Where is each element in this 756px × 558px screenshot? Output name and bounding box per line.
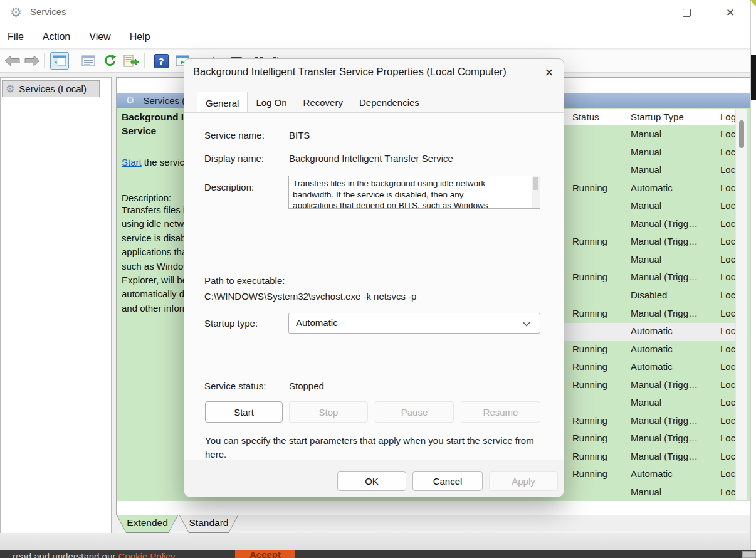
menu-bar: FileActionViewHelp xyxy=(0,25,750,49)
cell-status: Running xyxy=(572,379,607,390)
page-scroll-thumb[interactable] xyxy=(751,55,756,100)
page-corner-decoration xyxy=(750,0,756,7)
window-title: Services xyxy=(30,6,66,17)
screen: ⚙ Services ✕ FileActionViewHelp xyxy=(0,0,756,558)
startup-type-label: Startup type: xyxy=(204,318,258,329)
refresh-icon xyxy=(103,54,117,68)
services-gear-icon: ⚙ xyxy=(10,5,22,20)
cell-startup-type: Manual xyxy=(631,397,661,408)
accept-cookies-button[interactable]: Accept xyxy=(235,550,295,558)
dialog-tab[interactable]: Dependencies xyxy=(351,93,428,113)
minimize-button[interactable] xyxy=(629,4,656,21)
cell-startup-type: Disabled xyxy=(631,290,667,300)
column-header-status[interactable]: Status xyxy=(572,112,599,122)
cell-startup-type: Manual xyxy=(631,200,661,211)
view-header-gear-icon: ⚙ xyxy=(126,95,134,106)
properties-button[interactable] xyxy=(79,52,98,70)
cell-startup-type: Manual (Trigg… xyxy=(631,451,698,461)
cell-status: Running xyxy=(572,415,607,426)
menu-item[interactable]: Help xyxy=(130,31,150,43)
description-textarea[interactable]: Transfers files in the background using … xyxy=(288,176,540,209)
console-tree-panel: ⚙ Services (Local) xyxy=(0,77,112,549)
back-button[interactable] xyxy=(3,52,21,70)
dialog-tab[interactable]: Log On xyxy=(248,93,295,113)
menu-item[interactable]: View xyxy=(89,31,110,43)
menu-item[interactable]: File xyxy=(8,31,24,43)
cell-log-on-as: Loc xyxy=(720,415,735,426)
cell-startup-type: Automatic xyxy=(631,468,673,479)
cell-log-on-as: Loc xyxy=(720,236,735,246)
dialog-close-button[interactable]: ✕ xyxy=(540,64,558,82)
cell-status: Running xyxy=(572,468,607,479)
menu-item[interactable]: Action xyxy=(43,31,70,43)
cell-startup-type: Manual (Trigg… xyxy=(631,308,698,318)
display-name-value: Background Intelligent Transfer Service xyxy=(289,153,453,164)
forward-arrow-icon xyxy=(24,55,40,66)
display-name-label: Display name: xyxy=(204,153,264,164)
cookie-banner-text: read and understand our Cookie Policy. xyxy=(13,551,177,558)
forward-button[interactable] xyxy=(23,52,41,70)
export-list-button[interactable] xyxy=(122,52,140,70)
cell-status: Running xyxy=(572,182,607,193)
description-scrollbar[interactable] xyxy=(532,176,540,208)
dialog-general-tab-content: Service name: BITS Display name: Backgro… xyxy=(184,113,564,460)
start-button[interactable]: Start xyxy=(205,401,283,423)
cell-log-on-as: Loc xyxy=(720,218,735,229)
cell-status: Running xyxy=(572,308,607,318)
resume-button[interactable]: Resume xyxy=(461,401,540,423)
cell-status: Running xyxy=(572,271,607,282)
cell-log-on-as: Loc xyxy=(720,487,735,497)
list-vertical-scrollbar[interactable] xyxy=(735,109,747,500)
dialog-footer: OK Cancel Apply xyxy=(184,460,564,497)
apply-button[interactable]: Apply xyxy=(489,471,558,491)
service-name-label: Service name: xyxy=(204,130,265,140)
tab-standard[interactable]: Standard xyxy=(179,515,238,533)
cookie-policy-link[interactable]: Cookie Policy. xyxy=(118,551,177,558)
cell-log-on-as: Loc xyxy=(720,254,735,265)
cell-startup-type: Automatic xyxy=(631,325,673,336)
pause-button[interactable]: Pause xyxy=(375,401,454,423)
console-tree-icon xyxy=(53,55,66,66)
cell-startup-type: Automatic xyxy=(631,182,673,193)
startup-type-select[interactable]: Automatic xyxy=(288,313,540,334)
cell-log-on-as: Loc xyxy=(720,200,735,211)
stop-button[interactable]: Stop xyxy=(289,401,368,423)
cell-startup-type: Manual (Trigg… xyxy=(631,218,698,229)
start-service-link[interactable]: Start xyxy=(122,157,142,167)
tab-extended[interactable]: Extended xyxy=(117,515,178,533)
back-arrow-icon xyxy=(4,55,20,66)
dialog-title: Background Intelligent Transfer Service … xyxy=(193,66,507,78)
dialog-close-icon: ✕ xyxy=(544,66,554,80)
maximize-icon xyxy=(683,9,691,17)
description-line: Transfers files in the background using … xyxy=(293,178,525,189)
show-console-tree-button[interactable] xyxy=(50,52,69,70)
dialog-tab[interactable]: General xyxy=(197,92,248,112)
help-icon: ? xyxy=(154,54,169,68)
refresh-button[interactable] xyxy=(100,52,119,70)
cell-log-on-as: Loc xyxy=(720,325,735,336)
help-button[interactable]: ? xyxy=(152,52,171,70)
close-button[interactable]: ✕ xyxy=(717,4,743,21)
dialog-tab[interactable]: Recovery xyxy=(295,93,351,113)
service-status-value: Stopped xyxy=(289,381,324,391)
column-header-startup-type[interactable]: Startup Type xyxy=(631,112,684,122)
service-status-label: Service status: xyxy=(204,381,266,391)
description-line: bandwidth. If the service is disabled, t… xyxy=(293,189,525,201)
start-parameters-hint: You can specify the start parameters tha… xyxy=(205,434,547,461)
tree-root-label: Services (Local) xyxy=(19,83,87,94)
startup-type-value: Automatic xyxy=(296,317,338,328)
sidebar-item-services-local[interactable]: ⚙ Services (Local) xyxy=(2,80,100,97)
cell-log-on-as: Loc xyxy=(720,271,735,282)
cancel-button[interactable]: Cancel xyxy=(412,471,483,491)
maximize-button[interactable] xyxy=(673,4,700,21)
cell-status: Running xyxy=(572,344,607,354)
cell-startup-type: Manual xyxy=(631,147,661,157)
toolbar-separator xyxy=(144,53,145,68)
cell-log-on-as: Loc xyxy=(720,468,735,479)
vertical-scroll-thumb[interactable] xyxy=(739,120,744,148)
status-bar xyxy=(0,533,750,550)
properties-dialog: Background Intelligent Transfer Service … xyxy=(184,58,564,497)
ok-button[interactable]: OK xyxy=(337,471,406,491)
cell-startup-type: Manual xyxy=(631,487,661,497)
column-header-log-on-as[interactable]: Log xyxy=(720,112,735,122)
